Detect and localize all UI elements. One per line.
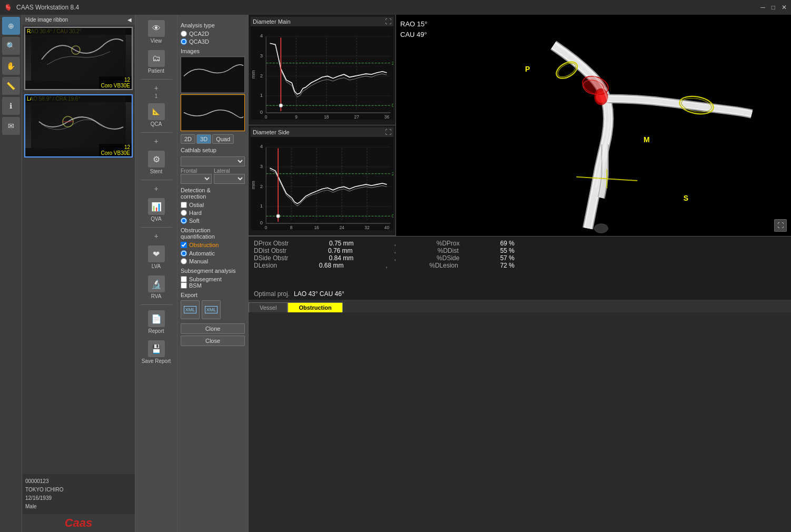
stat-row-4: DLesion 0.68 mm , %DLesion 72 % xyxy=(254,262,515,269)
subsegment-item-label[interactable]: Subsegment xyxy=(189,276,222,282)
quad-btn[interactable]: Quad xyxy=(212,134,234,144)
detection-options: Ostial Hard Soft xyxy=(181,202,245,224)
hide-ribbon-label[interactable]: Hide image ribbon xyxy=(25,17,68,23)
image-preview-2[interactable] xyxy=(181,94,245,131)
soft-label[interactable]: Soft xyxy=(189,218,200,224)
bsm-check[interactable]: BSM xyxy=(181,282,245,289)
patient-icon: 🗂 xyxy=(148,50,165,67)
email-btn[interactable]: ✉ xyxy=(2,117,20,135)
title-bar-controls[interactable]: ─ □ ✕ xyxy=(760,4,787,11)
stats-right xyxy=(525,240,786,285)
expand-3d-btn[interactable]: ⛶ xyxy=(774,219,787,232)
dside-pct-val: 57 % xyxy=(500,254,515,262)
vessel-tab[interactable]: Vessel xyxy=(249,302,288,312)
close-btn[interactable]: ✕ xyxy=(782,4,787,11)
export-label: Export xyxy=(181,292,245,298)
qca2d-label[interactable]: QCA2D xyxy=(189,31,209,37)
qca-tool[interactable]: 📐 QCA xyxy=(138,101,175,129)
analysis-type-label: Analysis type xyxy=(181,22,245,28)
ddist-label: DDist Obstr xyxy=(254,247,286,254)
lateral-select[interactable] xyxy=(214,174,245,184)
qca-label: QCA xyxy=(151,121,162,127)
crosshair-btn[interactable]: ⊕ xyxy=(2,17,20,35)
side-chart-area: 4 3 2 1 0 mm 0 xyxy=(251,137,393,230)
svg-text:40: 40 xyxy=(384,225,390,230)
optimal-value: LAO 43° CAU 46° xyxy=(294,290,344,298)
lva-tool[interactable]: ❤ LVA xyxy=(138,243,175,271)
save-report-tool[interactable]: 💾 Save Report xyxy=(138,338,175,366)
obstruction-label[interactable]: Obstruction xyxy=(189,242,219,248)
svg-text:2.84: 2.84 xyxy=(392,61,393,66)
cathlab-section: Cathlab setup Frontal Lateral xyxy=(181,147,245,184)
image-card-2[interactable]: LAO 58.9° / CRA 19.6° 12 Coro VB30E xyxy=(24,94,133,157)
minimize-btn[interactable]: ─ xyxy=(760,4,765,11)
export-xml1-btn[interactable]: XML xyxy=(181,300,200,319)
pan-btn[interactable]: ✋ xyxy=(2,57,20,75)
title-bar: 🫀 CAAS Workstation 8.4 ─ □ ✕ xyxy=(0,0,791,15)
stent-tool[interactable]: ⚙ Stent xyxy=(138,149,175,176)
ostial-option[interactable]: Ostial xyxy=(181,202,245,208)
ostial-label[interactable]: Ostial xyxy=(189,202,204,208)
cathlab-selects-row: Frontal Lateral xyxy=(181,168,245,184)
maximize-btn[interactable]: □ xyxy=(772,4,775,11)
ddist-value: 0.76 mm xyxy=(328,247,353,254)
tool-divider-5 xyxy=(141,304,172,305)
zoom-btn[interactable]: 🔍 xyxy=(2,37,20,55)
cathlab-select[interactable] xyxy=(181,156,245,166)
qca-icon: 📐 xyxy=(148,103,165,120)
hard-label[interactable]: Hard xyxy=(189,210,202,216)
patient-tool[interactable]: 🗂 Patient xyxy=(138,48,175,76)
svg-rect-6 xyxy=(181,96,244,130)
svg-point-77 xyxy=(594,224,608,233)
stent-plus[interactable]: + xyxy=(153,136,159,146)
tool-divider-4 xyxy=(141,227,172,228)
qva-tool[interactable]: 📊 QVA xyxy=(138,196,175,224)
obstruction-tab[interactable]: Obstruction xyxy=(288,302,342,312)
qva-icon: 📊 xyxy=(148,198,165,215)
3d-btn[interactable]: 3D xyxy=(196,134,211,144)
collapse-arrow[interactable]: ◀ xyxy=(127,17,132,23)
cathlab-label: Cathlab setup xyxy=(181,147,245,153)
frontal-select[interactable] xyxy=(181,174,212,184)
view-icon: 👁 xyxy=(148,20,165,37)
automatic-option[interactable]: Automatic xyxy=(181,250,245,257)
qva-plus[interactable]: + xyxy=(153,183,159,194)
stat-row-3: DSide Obstr 0.84 mm , %DSide 57 % xyxy=(254,254,515,262)
image-ribbon-header: Hide image ribbon ◀ xyxy=(22,15,135,25)
lva-plus[interactable]: + xyxy=(153,231,159,241)
side-chart-title-bar: Diameter Side ⛶ xyxy=(251,127,393,137)
soft-option[interactable]: Soft xyxy=(181,218,245,224)
automatic-label[interactable]: Automatic xyxy=(189,250,215,257)
manual-option[interactable]: Manual xyxy=(181,258,245,264)
stats-table: DProx Obstr 0.75 mm , %DProx 69 % DDist … xyxy=(249,237,791,288)
report-tool[interactable]: 📄 Report xyxy=(138,308,175,336)
info-btn[interactable]: ℹ xyxy=(2,97,20,115)
patient-gender: Male xyxy=(25,503,132,511)
rva-tool[interactable]: 🔬 RVA xyxy=(138,273,175,301)
clone-btn[interactable]: Clone xyxy=(181,323,245,334)
obstruction-check[interactable]: Obstruction xyxy=(181,242,245,248)
export-xml2-btn[interactable]: XML xyxy=(202,300,221,319)
view-3d[interactable]: RAO 15° CAU 49° P S M xyxy=(396,15,791,236)
qca3d-option[interactable]: QCA3D xyxy=(181,38,245,45)
images-label: Images xyxy=(181,48,245,54)
image-thumb-2 xyxy=(25,95,132,148)
hard-option[interactable]: Hard xyxy=(181,210,245,216)
svg-text:9: 9 xyxy=(295,114,298,120)
obstruction-section: Obstruction quantification Obstruction A… xyxy=(181,227,245,264)
subsegment-check[interactable]: Subsegment xyxy=(181,276,245,282)
bsm-label[interactable]: BSM xyxy=(189,282,202,289)
image-preview-1[interactable] xyxy=(181,56,245,93)
qca3d-label[interactable]: QCA3D xyxy=(189,38,209,45)
manual-label[interactable]: Manual xyxy=(189,258,208,264)
close-btn-main[interactable]: Close xyxy=(181,336,245,346)
measure-btn[interactable]: 📏 xyxy=(2,77,20,95)
image-card-1[interactable]: RAO 30.4° / CAU 30.2° 12 Coro VB30E xyxy=(24,27,133,90)
2d-btn[interactable]: 2D xyxy=(181,134,195,144)
main-chart-expand[interactable]: ⛶ xyxy=(385,18,391,25)
qca-plus[interactable]: + xyxy=(153,83,159,93)
qca2d-option[interactable]: QCA2D xyxy=(181,31,245,37)
side-chart-expand[interactable]: ⛶ xyxy=(385,129,391,136)
dlesion-label: DLesion xyxy=(254,262,277,269)
view-tool[interactable]: 👁 View xyxy=(138,18,175,46)
